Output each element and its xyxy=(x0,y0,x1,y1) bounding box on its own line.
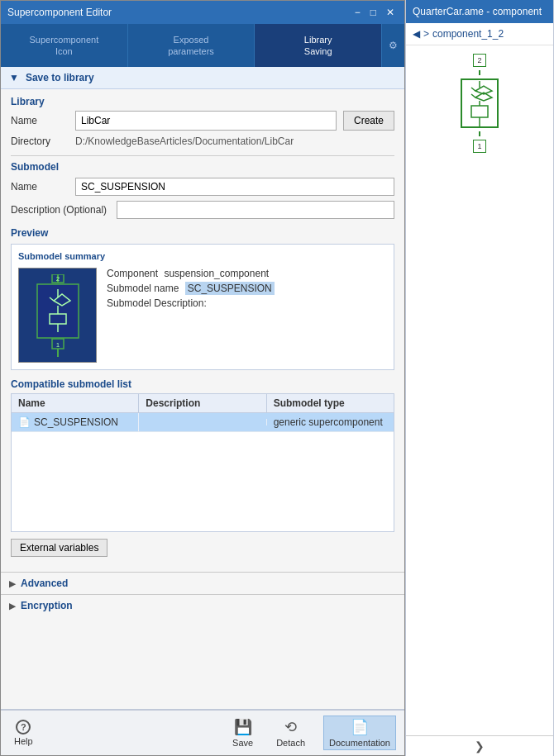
advanced-arrow: ▶ xyxy=(9,579,16,588)
line-top xyxy=(479,70,480,75)
description-row: Description (Optional) xyxy=(11,201,394,219)
submodel-group-label: Submodel xyxy=(11,161,394,173)
line-bottom xyxy=(479,131,480,136)
library-form: Library Name LibCar Create Directory D:/… xyxy=(1,89,404,572)
right-content: 2 xyxy=(406,45,553,735)
encryption-arrow: ▶ xyxy=(9,601,16,611)
cell-description xyxy=(139,419,266,426)
right-scroll-collapse[interactable]: ❯ xyxy=(406,735,553,756)
tab-params-label1: Exposed xyxy=(174,34,209,45)
footer-toolbar: ? Help 💾 Save ⟲ Detach 📄 Documentation xyxy=(1,709,404,755)
col-name: Name xyxy=(12,394,139,412)
advanced-header[interactable]: ▶ Advanced xyxy=(1,573,404,594)
close-button[interactable]: ✕ xyxy=(383,7,398,18)
content-area: ▼ Save to library Library Name LibCar Cr… xyxy=(1,67,404,709)
encryption-label: Encryption xyxy=(21,600,73,611)
title-bar: Supercomponent Editor − □ ✕ xyxy=(1,1,404,24)
divider-1 xyxy=(11,155,394,156)
preview-label: Preview xyxy=(11,227,394,239)
detach-button[interactable]: ⟲ Detach xyxy=(271,716,310,749)
help-icon: ? xyxy=(16,720,31,735)
component-value: suspension_component xyxy=(164,268,269,279)
breadcrumb-item[interactable]: component_1_2 xyxy=(432,28,504,40)
tab-params-label2: parameters xyxy=(168,45,214,57)
tab-saving-label2: Saving xyxy=(304,45,332,57)
description-label: Description (Optional) xyxy=(11,204,110,216)
library-select-wrapper: LibCar xyxy=(75,111,337,131)
tab-icon-label2: Icon xyxy=(55,45,73,57)
compatible-label: Compatible submodel list xyxy=(11,378,394,390)
tab-saving-label1: Library xyxy=(304,34,332,45)
encryption-section: ▶ Encryption xyxy=(1,594,404,616)
tab-exposed-parameters[interactable]: Exposed parameters xyxy=(128,24,256,67)
component-diagram: 2 xyxy=(461,54,499,153)
row-name-value: SC_SUSPENSION xyxy=(34,416,118,428)
directory-row: Directory D:/KnowledgeBaseArticles/Docum… xyxy=(11,136,394,147)
submodel-desc-row: Submodel Description: xyxy=(107,297,387,309)
library-select[interactable]: LibCar xyxy=(75,111,337,131)
component-info: Component suspension_component Submodel … xyxy=(107,268,387,312)
summary-content: 2 xyxy=(18,268,387,363)
section-label: Save to library xyxy=(26,72,94,83)
pin-top: 2 xyxy=(473,54,486,67)
settings-icon[interactable]: ⚙ xyxy=(382,24,404,67)
documentation-label: Documentation xyxy=(329,738,390,748)
preview-group: Preview Submodel summary 2 xyxy=(11,227,394,370)
detach-icon: ⟲ xyxy=(284,718,297,736)
summary-title: Submodel summary xyxy=(18,251,387,261)
restore-button[interactable]: □ xyxy=(367,7,380,18)
component-key: Component xyxy=(107,268,158,279)
help-label: Help xyxy=(14,736,33,746)
encryption-header[interactable]: ▶ Encryption xyxy=(1,595,404,616)
col-type: Submodel type xyxy=(267,394,394,412)
pin-bottom: 1 xyxy=(473,140,486,153)
svg-rect-13 xyxy=(471,106,488,117)
detach-label: Detach xyxy=(276,738,305,748)
row-icon: 📄 xyxy=(18,416,31,428)
submodel-name-info-value: SC_SUSPENSION xyxy=(185,282,275,295)
svg-text:1: 1 xyxy=(55,341,60,349)
help-button[interactable]: ? Help xyxy=(9,718,38,748)
tab-icon-label1: Supercomponent xyxy=(29,34,98,45)
submodel-name-label: Name xyxy=(11,181,69,193)
cell-name: 📄 SC_SUSPENSION xyxy=(12,413,139,431)
submodel-name-info-row: Submodel name SC_SUSPENSION xyxy=(107,283,387,294)
collapse-icon: ❯ xyxy=(475,739,485,753)
directory-value: D:/KnowledgeBaseArticles/Documentation/L… xyxy=(75,136,394,147)
section-collapse-icon: ▼ xyxy=(9,72,19,83)
submodel-group: Submodel Name SC_SUSPENSION Description … xyxy=(11,161,394,219)
create-button[interactable]: Create xyxy=(343,111,394,131)
col-desc: Description xyxy=(139,394,266,412)
submodel-name-input[interactable]: SC_SUSPENSION xyxy=(75,178,394,196)
footer-buttons: 💾 Save ⟲ Detach 📄 Documentation Document… xyxy=(227,716,396,750)
breadcrumb: ◀ > component_1_2 xyxy=(406,23,553,45)
documentation-button[interactable]: 📄 Documentation Documentation xyxy=(323,716,396,750)
save-button[interactable]: 💾 Save xyxy=(227,716,258,749)
right-title: QuarterCar.ame - component xyxy=(413,6,542,17)
library-group-label: Library xyxy=(11,96,394,107)
wizard-tabs: Supercomponent Icon Exposed parameters L… xyxy=(1,24,404,67)
breadcrumb-arrow: ◀ xyxy=(413,28,420,40)
external-variables-button[interactable]: External variables xyxy=(11,539,107,557)
save-to-library-header[interactable]: ▼ Save to library xyxy=(1,67,404,89)
breadcrumb-right-arrow: > xyxy=(423,28,429,40)
cell-type: generic supercomponent xyxy=(267,413,394,431)
editor-title: Supercomponent Editor xyxy=(7,7,112,18)
submodel-summary-box: Submodel summary 2 xyxy=(11,244,394,370)
component-image: 2 xyxy=(18,268,97,363)
description-input[interactable] xyxy=(117,201,394,219)
documentation-icon: 📄 xyxy=(351,718,369,736)
table-row[interactable]: 📄 SC_SUSPENSION generic supercomponent xyxy=(12,413,394,432)
svg-text:2: 2 xyxy=(55,275,60,283)
tab-supercomponent-icon[interactable]: Supercomponent Icon xyxy=(1,24,128,67)
minimize-button[interactable]: − xyxy=(351,7,364,18)
library-name-row: Name LibCar Create xyxy=(11,111,394,131)
component-body xyxy=(461,78,499,128)
library-group: Library Name LibCar Create Directory D:/… xyxy=(11,96,394,147)
table-header: Name Description Submodel type xyxy=(12,394,394,413)
tab-library-saving[interactable]: Library Saving xyxy=(255,24,382,67)
advanced-section: ▶ Advanced xyxy=(1,572,404,594)
save-label: Save xyxy=(232,738,253,748)
component-row: Component suspension_component xyxy=(107,268,387,279)
submodel-name-key: Submodel name xyxy=(107,283,179,294)
